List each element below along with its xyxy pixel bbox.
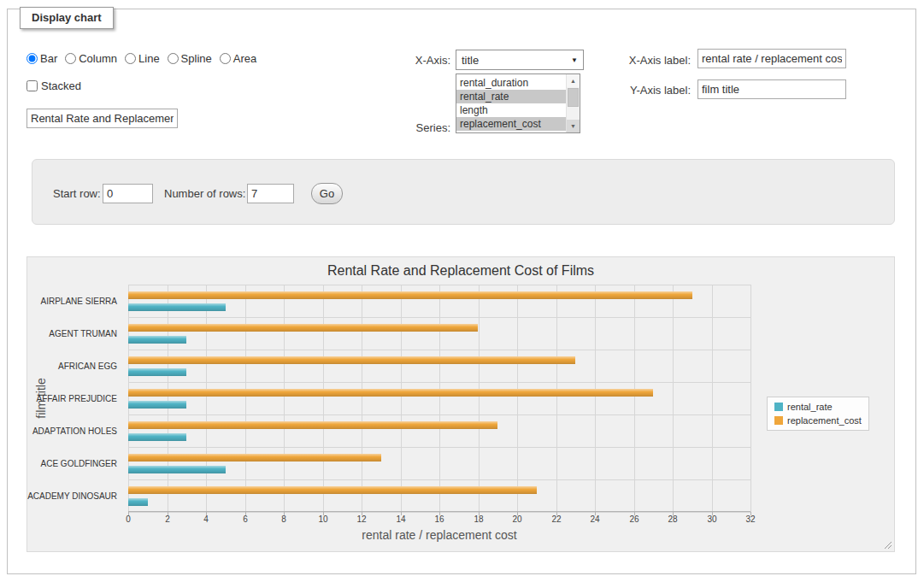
chart-container: Rental Rate and Replacement Cost of Film… bbox=[26, 256, 895, 552]
chart-plot-area bbox=[128, 285, 750, 512]
x-tick-label: 22 bbox=[551, 514, 561, 524]
x-tick-label: 20 bbox=[512, 514, 521, 524]
bar-rental_rate[interactable] bbox=[128, 433, 186, 441]
x-tick-label: 18 bbox=[474, 514, 483, 524]
gridline-vertical bbox=[556, 285, 557, 512]
bar-rental_rate[interactable] bbox=[128, 336, 186, 344]
gridline-vertical bbox=[323, 285, 324, 512]
radio-option-area[interactable]: Area bbox=[220, 52, 256, 65]
bar-rental_rate[interactable] bbox=[128, 401, 186, 409]
legend-label: replacement_cost bbox=[787, 415, 862, 426]
radio-option-spline[interactable]: Spline bbox=[168, 52, 212, 65]
x-tick-label: 0 bbox=[126, 514, 131, 524]
category-label: AIRPLANE SIERRA bbox=[27, 285, 123, 317]
area-radio[interactable] bbox=[220, 53, 231, 64]
x-tick-label: 30 bbox=[707, 514, 716, 524]
bar-replacement_cost[interactable] bbox=[128, 454, 381, 461]
gridline-vertical bbox=[284, 285, 285, 512]
scrollbar[interactable]: ▲ ▼ bbox=[566, 74, 580, 132]
x-tick-label: 12 bbox=[356, 514, 366, 524]
line-radio[interactable] bbox=[125, 53, 136, 64]
chart-title: Rental Rate and Replacement Cost of Film… bbox=[27, 263, 894, 279]
x-tick-label: 10 bbox=[318, 514, 327, 524]
bar-radio-label: Bar bbox=[40, 52, 57, 65]
x-tick-label: 32 bbox=[745, 514, 755, 524]
category-label: AFFAIR PREJUDICE bbox=[27, 382, 123, 414]
gridline-vertical bbox=[362, 285, 362, 512]
series-option-replacement-cost[interactable]: replacement_cost bbox=[456, 117, 566, 131]
legend-item-rental_rate[interactable]: rental_rate bbox=[774, 402, 862, 412]
bar-replacement_cost[interactable] bbox=[128, 389, 653, 397]
number-of-rows-label: Number of rows: bbox=[164, 187, 245, 200]
resize-handle-icon[interactable] bbox=[883, 540, 892, 549]
line-radio-label: Line bbox=[138, 52, 160, 65]
go-button[interactable]: Go bbox=[311, 183, 343, 204]
panel-title: Display chart bbox=[20, 7, 114, 29]
x-axis-line bbox=[128, 511, 750, 512]
legend-label: rental_rate bbox=[787, 402, 833, 412]
number-of-rows-input[interactable] bbox=[247, 184, 294, 203]
radio-option-line[interactable]: Line bbox=[125, 52, 160, 65]
category-label: ACE GOLDFINGER bbox=[27, 447, 123, 479]
x-axis-label-input[interactable] bbox=[697, 49, 846, 68]
start-row-input[interactable] bbox=[103, 184, 153, 203]
x-tick-label: 26 bbox=[629, 514, 639, 524]
x-tick-label: 8 bbox=[281, 514, 286, 524]
bar-replacement_cost[interactable] bbox=[128, 356, 575, 364]
gridline-vertical bbox=[634, 285, 635, 512]
series-option-list: rental_duration rental_rate length repla… bbox=[456, 76, 566, 132]
scroll-up-icon[interactable]: ▲ bbox=[567, 74, 580, 87]
column-radio-label: Column bbox=[79, 52, 117, 65]
rows-control-panel: Start row: Number of rows: Go bbox=[32, 159, 895, 225]
series-option-length[interactable]: length bbox=[456, 103, 566, 117]
bar-rental_rate[interactable] bbox=[128, 498, 148, 506]
bar-rental_rate[interactable] bbox=[128, 368, 186, 376]
x-tick-label: 2 bbox=[165, 514, 170, 524]
category-label: ADAPTATION HOLES bbox=[27, 414, 123, 447]
scroll-down-icon[interactable]: ▼ bbox=[567, 120, 580, 132]
gridline-vertical bbox=[168, 285, 168, 512]
bar-replacement_cost[interactable] bbox=[128, 421, 497, 429]
spline-radio[interactable] bbox=[168, 53, 179, 64]
y-axis-label-field-label: Y-Axis label: bbox=[610, 84, 691, 97]
x-tick-label: 4 bbox=[203, 514, 209, 524]
chart-legend: rental_ratereplacement_cost bbox=[767, 397, 869, 431]
series-multiselect[interactable]: rental_duration rental_rate length repla… bbox=[456, 73, 580, 133]
gridline-vertical bbox=[479, 285, 480, 512]
gridline-vertical bbox=[673, 285, 674, 512]
bar-rental_rate[interactable] bbox=[128, 303, 226, 311]
start-row-label: Start row: bbox=[53, 187, 101, 200]
legend-swatch bbox=[774, 403, 783, 411]
series-option-rental-duration[interactable]: rental_duration bbox=[456, 76, 566, 90]
stacked-checkbox-row[interactable]: Stacked bbox=[26, 79, 81, 92]
scrollbar-thumb[interactable] bbox=[568, 88, 579, 107]
bar-replacement_cost[interactable] bbox=[128, 486, 537, 494]
x-axis-selected-value: title bbox=[462, 54, 479, 67]
bar-rental_rate[interactable] bbox=[128, 466, 226, 473]
gridline-vertical bbox=[245, 285, 246, 512]
x-axis-select[interactable]: title ▼ bbox=[456, 50, 584, 70]
gridline-vertical bbox=[712, 285, 713, 512]
gridline-vertical bbox=[750, 285, 751, 512]
legend-swatch bbox=[774, 416, 783, 425]
gridline-vertical bbox=[517, 285, 518, 512]
bar-replacement_cost[interactable] bbox=[128, 324, 478, 332]
bar-replacement_cost[interactable] bbox=[128, 291, 692, 299]
page: Display chart Bar Column Line Spline Are… bbox=[0, 0, 924, 582]
gridline-vertical bbox=[128, 285, 129, 512]
category-label: ACADEMY DINOSAUR bbox=[27, 479, 123, 512]
x-axis-select-label: X-Axis: bbox=[367, 54, 450, 67]
gridline-vertical bbox=[401, 285, 402, 512]
chart-title-input[interactable] bbox=[26, 109, 178, 128]
chevron-down-icon: ▼ bbox=[571, 56, 578, 64]
y-axis-label-input[interactable] bbox=[697, 79, 846, 99]
series-option-rental-rate[interactable]: rental_rate bbox=[456, 90, 566, 103]
radio-option-bar[interactable]: Bar bbox=[26, 52, 57, 65]
radio-option-column[interactable]: Column bbox=[65, 52, 117, 65]
column-radio[interactable] bbox=[65, 53, 76, 64]
legend-item-replacement_cost[interactable]: replacement_cost bbox=[774, 415, 862, 426]
bar-radio[interactable] bbox=[26, 53, 38, 64]
category-label: AFRICAN EGG bbox=[27, 350, 123, 382]
chart-x-axis-title: rental rate / replacement cost bbox=[128, 528, 750, 542]
stacked-checkbox[interactable] bbox=[26, 80, 38, 91]
